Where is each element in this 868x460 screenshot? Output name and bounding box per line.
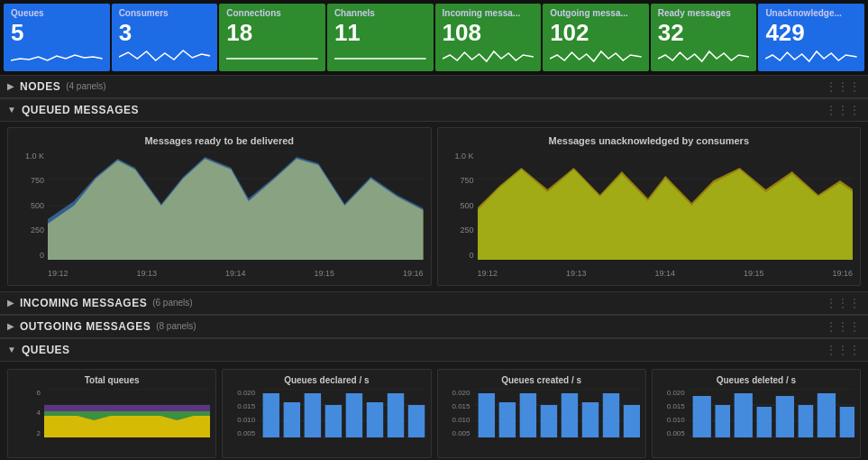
incoming-panels-count: (6 panels)	[152, 298, 192, 308]
queued-messages-arrow-icon: ▼	[7, 105, 16, 115]
stat-card-sparkline-incoming	[443, 48, 535, 64]
queued-messages-content: Messages ready to be delivered 1.0 K 750…	[0, 122, 868, 291]
nodes-panels-count: (4 panels)	[66, 81, 105, 91]
svg-rect-43	[602, 393, 618, 437]
queues-deleted-svg	[689, 389, 854, 437]
total-queues-title: Total queues	[14, 375, 210, 385]
svg-rect-32	[408, 405, 425, 437]
stat-card-connections: Connections18	[219, 4, 325, 71]
queues-created-chart: Queues created / s 0.020 0.015 0.010 0.0…	[437, 369, 646, 458]
total-queues-chart: Total queues 6 4 2	[7, 369, 216, 458]
stat-cards-row: Queues5Consumers3Connections18Channels11…	[0, 0, 868, 75]
queues-declared-title: Queues declared / s	[228, 375, 425, 385]
queues-created-title: Queues created / s	[443, 375, 640, 385]
svg-rect-39	[519, 393, 535, 437]
queues-arrow-icon: ▼	[7, 345, 16, 354]
total-queues-area: 6 4 2	[14, 389, 210, 452]
queues-created-area: 0.020 0.015 0.010 0.005	[443, 389, 640, 452]
stat-card-title-queues: Queues	[11, 8, 103, 18]
queues-created-y: 0.020 0.015 0.010 0.005	[443, 389, 471, 437]
stat-card-consumers: Consumers3	[112, 4, 218, 71]
svg-rect-42	[581, 402, 598, 437]
messages-unacknowledged-chart-title: Messages unacknowledged by consumers	[445, 135, 854, 146]
queues-declared-chart: Queues declared / s 0.020 0.015 0.010 0.…	[222, 369, 431, 458]
stat-card-channels: Channels11	[327, 4, 434, 71]
svg-rect-55	[818, 393, 836, 437]
svg-rect-30	[367, 402, 383, 437]
stat-card-sparkline-unacknowledged	[765, 48, 857, 64]
svg-rect-56	[839, 407, 854, 437]
stat-card-sparkline-ready	[658, 48, 750, 64]
stat-card-sparkline-consumers	[119, 48, 211, 64]
stat-card-value-ready: 32	[658, 20, 750, 46]
total-queues-y: 6 4 2	[14, 389, 41, 437]
outgoing-messages-section-header[interactable]: ▶ OUTGOING MESSAGES (8 panels) ⋮⋮⋮	[0, 315, 868, 338]
nodes-section-header[interactable]: ▶ NODES (4 panels) ⋮⋮⋮	[0, 75, 868, 98]
queued-messages-dots-icon: ⋮⋮⋮	[826, 104, 861, 116]
chart2-svg	[478, 152, 854, 260]
stat-card-unacknowledged: Unacknowledge...429	[758, 4, 864, 71]
stat-card-sparkline-queues	[11, 48, 103, 64]
queues-deleted-chart: Queues deleted / s 0.020 0.015 0.010 0.0…	[652, 369, 861, 458]
queues-deleted-title: Queues deleted / s	[658, 375, 854, 385]
svg-rect-44	[623, 405, 639, 437]
svg-rect-41	[561, 393, 577, 437]
chart2-y-labels: 1.0 K 750 500 250 0	[445, 152, 474, 260]
total-queues-svg	[44, 389, 210, 437]
svg-marker-13	[478, 168, 854, 260]
stat-card-value-channels: 11	[334, 20, 426, 46]
incoming-section-title: INCOMING MESSAGES	[20, 297, 147, 309]
outgoing-section-title: OUTGOING MESSAGES	[20, 320, 151, 333]
incoming-dots-icon: ⋮⋮⋮	[826, 297, 861, 309]
svg-marker-20	[44, 416, 210, 437]
stat-card-title-consumers: Consumers	[119, 8, 211, 18]
stat-card-incoming: Incoming messa...108	[435, 4, 542, 71]
svg-rect-31	[388, 393, 404, 437]
stat-card-value-connections: 18	[226, 20, 318, 46]
queues-section-title: QUEUES	[22, 344, 70, 356]
svg-rect-50	[715, 405, 730, 437]
messages-ready-chart-area: 1.0 K 750 500 250 0	[15, 152, 424, 278]
svg-rect-25	[263, 393, 279, 437]
queues-content: Total queues 6 4 2	[0, 362, 868, 460]
nodes-arrow-icon: ▶	[7, 81, 14, 91]
queues-declared-svg	[259, 389, 425, 437]
incoming-messages-section-header[interactable]: ▶ INCOMING MESSAGES (6 panels) ⋮⋮⋮	[0, 291, 868, 315]
svg-rect-49	[692, 396, 710, 437]
queues-declared-area: 0.020 0.015 0.010 0.005	[228, 389, 425, 452]
stat-card-title-connections: Connections	[226, 8, 318, 18]
stat-card-title-ready: Ready messages	[658, 8, 750, 18]
stat-card-ready: Ready messages32	[651, 4, 757, 71]
svg-rect-38	[498, 402, 515, 437]
mini-charts-row: Total queues 6 4 2	[7, 369, 861, 458]
nodes-dots-icon: ⋮⋮⋮	[826, 80, 861, 93]
outgoing-panels-count: (8 panels)	[156, 321, 196, 331]
svg-rect-51	[734, 393, 752, 437]
stat-card-outgoing: Outgoing messa...102	[543, 4, 649, 71]
messages-ready-chart: Messages ready to be delivered 1.0 K 750…	[7, 127, 432, 286]
stat-card-value-unacknowledged: 429	[765, 20, 857, 46]
svg-rect-54	[798, 405, 813, 437]
svg-marker-6	[48, 157, 424, 260]
queued-messages-section-header[interactable]: ▼ QUEUED MESSAGES ⋮⋮⋮	[0, 98, 868, 122]
stat-card-queues: Queues5	[4, 4, 110, 71]
stat-card-title-unacknowledged: Unacknowledge...	[765, 8, 857, 18]
svg-rect-28	[325, 405, 342, 437]
svg-rect-37	[478, 393, 494, 437]
outgoing-arrow-icon: ▶	[7, 321, 14, 331]
stat-card-value-consumers: 3	[119, 20, 211, 46]
queues-created-svg	[474, 389, 640, 437]
stat-card-sparkline-connections	[226, 48, 318, 64]
svg-rect-27	[305, 393, 321, 437]
stat-card-sparkline-channels	[334, 48, 426, 64]
messages-unacknowledged-chart: Messages unacknowledged by consumers 1.0…	[437, 127, 862, 286]
stat-card-title-outgoing: Outgoing messa...	[550, 8, 642, 18]
queues-section-header[interactable]: ▼ QUEUES ⋮⋮⋮	[0, 338, 868, 362]
queues-deleted-y: 0.020 0.015 0.010 0.005	[658, 389, 685, 437]
svg-rect-29	[346, 393, 362, 437]
total-queues-x	[44, 439, 210, 452]
queues-deleted-area: 0.020 0.015 0.010 0.005	[658, 389, 854, 452]
stat-card-title-channels: Channels	[334, 8, 426, 18]
incoming-arrow-icon: ▶	[7, 298, 14, 308]
chart2-x-labels: 19:12 19:13 19:14 19:15 19:16	[478, 262, 854, 278]
